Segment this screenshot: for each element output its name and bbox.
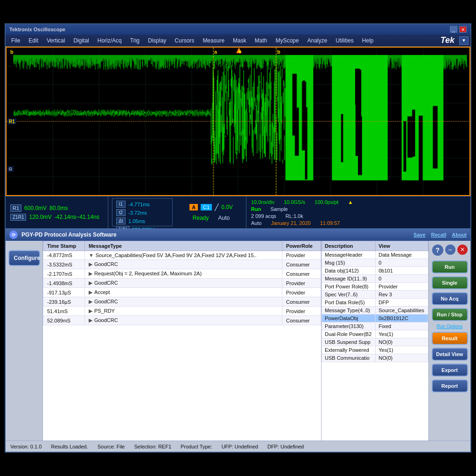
- menu-vertical[interactable]: Vertical: [43, 36, 69, 45]
- save-link[interactable]: Save: [413, 232, 426, 238]
- col-powerrole: PowerRole: [282, 241, 321, 251]
- menu-help[interactable]: Help: [358, 36, 378, 45]
- desc-cell: Spec Ver(7..6): [322, 291, 376, 299]
- menu-file[interactable]: File: [7, 36, 24, 45]
- source-label: Source:: [98, 444, 115, 449]
- desc-cell: Message ID(11..9): [322, 275, 376, 283]
- close-button[interactable]: ✕: [459, 26, 467, 33]
- bottom-bar: Version: 0.1.0 Results Loaded. Source: F…: [6, 441, 470, 452]
- table-row[interactable]: -1.4938mS ▶GoodCRC Provider: [43, 279, 321, 288]
- z1r1-time: -42.14ns~41.14ns: [54, 214, 99, 220]
- trigger-marker-top: ▼: [238, 49, 243, 55]
- menu-mask[interactable]: Mask: [229, 36, 250, 45]
- cursor-b-marker2: b: [277, 49, 280, 55]
- desc-row[interactable]: Data obj(1412) 0b101: [322, 267, 428, 275]
- timestamp-cell: -4.8772mS: [43, 251, 85, 260]
- source-value: File: [117, 444, 125, 449]
- desc-row[interactable]: Parameter(3130) Fixed: [322, 322, 428, 330]
- configure-button[interactable]: Configure: [8, 250, 40, 266]
- export-button[interactable]: Export: [432, 364, 468, 377]
- menu-myscope[interactable]: MyScope: [272, 36, 302, 45]
- close-panel-button[interactable]: ✕: [457, 245, 468, 255]
- col-msgtype: MessageType: [84, 241, 282, 251]
- run-stop-button[interactable]: Run / Stop: [432, 308, 468, 321]
- desc-row[interactable]: Dual-Role Power(B2 Yes(1): [322, 330, 428, 338]
- report-button[interactable]: Report: [432, 379, 468, 392]
- protocol-icon: ⟳: [9, 231, 18, 239]
- powerrole-cell: Consumer: [282, 297, 321, 307]
- desc-row[interactable]: Port Data Role(5) DFP: [322, 299, 428, 307]
- no-acq-button[interactable]: No Acq: [432, 292, 468, 305]
- rl-value: RL:1.0k: [286, 213, 303, 219]
- desc-row[interactable]: Spec Ver(7..6) Rev 3: [322, 291, 428, 299]
- desc-row[interactable]: USB Suspend Supp NO(0): [322, 338, 428, 346]
- table-row[interactable]: 52.089mS ▶GoodCRC Consumer: [43, 316, 321, 325]
- protocol-panel: ⟳ PGY-PD Protocol Analysis Software Save…: [6, 229, 470, 452]
- menu-math[interactable]: Math: [251, 36, 271, 45]
- msgtype-cell: ▶Accept: [84, 288, 282, 297]
- menu-horizacq[interactable]: Horiz/Acq: [94, 36, 126, 45]
- minimize-panel-button[interactable]: −: [445, 245, 455, 255]
- recall-link[interactable]: Recall: [431, 232, 446, 238]
- view-cell: NO(0): [376, 338, 428, 346]
- menu-bar: File Edit Vertical Digital Horiz/Acq Tri…: [6, 35, 470, 47]
- menu-edit[interactable]: Edit: [25, 36, 42, 45]
- ufp-value: Undefined: [235, 444, 258, 449]
- result-button[interactable]: Result: [432, 332, 468, 345]
- msgtype-cell: ▶GoodCRC: [84, 279, 282, 288]
- t1-value: -4.771ms: [128, 202, 150, 207]
- desc-cell: USB Communicatio: [322, 354, 376, 362]
- desc-row[interactable]: Externally Powered Yes(1): [322, 346, 428, 354]
- powerrole-cell: Provider: [282, 307, 321, 316]
- table-row[interactable]: -917.13µS ▶Accept Provider: [43, 288, 321, 297]
- msgtype-cell: ▼Source_Capabilities(Fixed 5V 3A,Fixed 9…: [84, 251, 282, 260]
- dfp-info: DFP: Undefined: [267, 444, 304, 449]
- timestamp-cell: -1.4938mS: [43, 279, 85, 288]
- z1r1-voltage: 120.0mV: [29, 214, 51, 220]
- table-row[interactable]: -239.16µS ▶GoodCRC Consumer: [43, 297, 321, 307]
- run-state: Run: [251, 206, 261, 212]
- menu-trig[interactable]: Trig: [126, 36, 143, 45]
- menu-dropdown[interactable]: ▼: [459, 36, 469, 45]
- about-link[interactable]: About: [452, 232, 467, 238]
- desc-row[interactable]: Port Power Role(8) Provider: [322, 283, 428, 291]
- single-button[interactable]: Single: [432, 276, 468, 289]
- protocol-table: Time Stamp MessageType PowerRole -4.8772…: [43, 241, 321, 325]
- c1-badge: C1: [201, 204, 212, 210]
- app: Tektronix Oscilloscope _ ✕ File Edit Ver…: [0, 0, 476, 476]
- table-row[interactable]: 51.41mS ▶PS_RDY Provider: [43, 307, 321, 316]
- table-row[interactable]: -3.5332mS ▶GoodCRC Consumer: [43, 260, 321, 269]
- menu-measure[interactable]: Measure: [199, 36, 228, 45]
- timestamp-cell: -917.13µS: [43, 288, 85, 297]
- view-cell: DFP: [376, 299, 428, 307]
- minimize-button[interactable]: _: [450, 26, 457, 33]
- view-cell: NO(0): [376, 354, 428, 362]
- desc-row[interactable]: Message Type(4..0) Source_Capabilities: [322, 307, 428, 315]
- menu-utilities[interactable]: Utilities: [332, 36, 357, 45]
- acqs-count: 2 099 acqs: [251, 213, 276, 219]
- menu-cursors[interactable]: Cursors: [171, 36, 198, 45]
- temp-indicator: ▲: [348, 199, 353, 205]
- trigger-mode-label: Auto: [251, 220, 262, 226]
- desc-row-highlighted[interactable]: PowerDataObj 0x2B01912C: [322, 315, 428, 322]
- menu-analyze[interactable]: Analyze: [303, 36, 331, 45]
- desc-row[interactable]: USB Communicatio NO(0): [322, 354, 428, 362]
- run-options-link[interactable]: Run Options: [437, 324, 463, 329]
- menu-display[interactable]: Display: [144, 36, 170, 45]
- desc-row[interactable]: MessageHeader Data Message: [322, 251, 428, 259]
- desc-cell: Data obj(1412): [322, 267, 376, 275]
- desc-row[interactable]: Message ID(11..9) 0: [322, 275, 428, 283]
- detail-view-button[interactable]: Detail View: [432, 348, 468, 361]
- view-cell: Fixed: [376, 322, 428, 330]
- timestamp-cell: 52.089mS: [43, 316, 85, 325]
- desc-cell: Message Type(4..0): [322, 307, 376, 315]
- help-icon[interactable]: ?: [432, 245, 443, 256]
- desc-row[interactable]: Msg (15) 0: [322, 259, 428, 267]
- menu-digital[interactable]: Digital: [70, 36, 92, 45]
- table-row[interactable]: -2.1707mS ▶Request(Obj = 2, Requested 2A…: [43, 269, 321, 279]
- table-row[interactable]: -4.8772mS ▼Source_Capabilities(Fixed 5V …: [43, 251, 321, 260]
- right-top-controls: ? − ✕: [431, 245, 469, 258]
- protocol-table-area[interactable]: Time Stamp MessageType PowerRole -4.8772…: [43, 241, 321, 441]
- desc-col: Description: [322, 241, 376, 251]
- run-button[interactable]: Run: [432, 260, 468, 273]
